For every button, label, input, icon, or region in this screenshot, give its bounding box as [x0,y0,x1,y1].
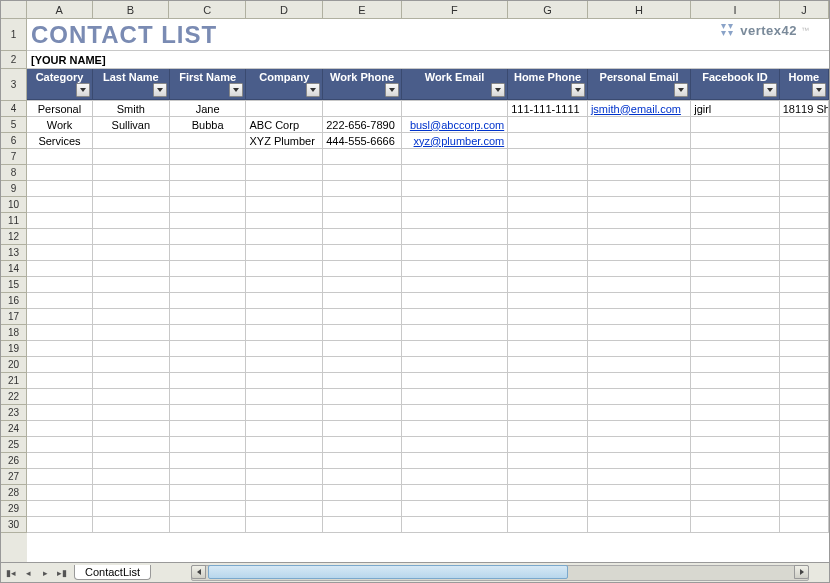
filter-dropdown-button[interactable] [76,83,90,97]
cell[interactable]: 222-656-7890 [323,117,402,132]
cell[interactable] [691,389,780,404]
cell[interactable] [323,405,402,420]
cell[interactable] [170,389,247,404]
cell[interactable] [780,117,829,132]
cell[interactable] [588,277,691,292]
cell[interactable] [508,277,588,292]
cell[interactable] [27,309,93,324]
row-number[interactable]: 15 [1,277,27,293]
cell[interactable] [27,165,93,180]
cell[interactable] [780,517,829,532]
cell[interactable] [246,373,323,388]
cell[interactable] [780,261,829,276]
cell[interactable] [170,261,247,276]
cell[interactable] [93,229,170,244]
cell[interactable] [402,405,508,420]
cell[interactable] [508,517,588,532]
cell[interactable] [93,405,170,420]
cell[interactable] [588,181,691,196]
col-letter[interactable]: F [402,1,508,18]
cell[interactable] [780,229,829,244]
cell[interactable]: Sullivan [93,117,170,132]
cell[interactable] [588,133,691,148]
cell[interactable] [780,325,829,340]
cell[interactable] [27,293,93,308]
cell[interactable] [780,181,829,196]
cell[interactable] [780,245,829,260]
cell[interactable] [780,501,829,516]
cell[interactable] [93,309,170,324]
row-number[interactable]: 25 [1,437,27,453]
cell[interactable]: Services [27,133,93,148]
cell[interactable] [508,229,588,244]
cell[interactable] [323,357,402,372]
cell[interactable] [170,309,247,324]
cell[interactable] [93,293,170,308]
cell[interactable] [93,261,170,276]
col-letter[interactable]: H [588,1,691,18]
cell[interactable] [402,229,508,244]
cell[interactable] [323,293,402,308]
row-number[interactable]: 7 [1,149,27,165]
cell[interactable] [402,309,508,324]
cell[interactable] [508,469,588,484]
cell[interactable] [93,325,170,340]
cell[interactable] [323,261,402,276]
cell[interactable] [27,389,93,404]
cell[interactable] [691,357,780,372]
row-number[interactable]: 18 [1,325,27,341]
cell[interactable] [246,277,323,292]
cell[interactable] [323,453,402,468]
filter-dropdown-button[interactable] [491,83,505,97]
cell[interactable] [27,229,93,244]
cell[interactable] [27,213,93,228]
cell[interactable] [588,245,691,260]
col-letter[interactable]: G [508,1,588,18]
cell[interactable] [508,389,588,404]
cell[interactable] [323,165,402,180]
cell[interactable]: Bubba [170,117,247,132]
cell[interactable] [780,197,829,212]
cell[interactable] [170,469,247,484]
cell[interactable] [170,181,247,196]
cell[interactable] [170,245,247,260]
cell[interactable] [588,149,691,164]
cell[interactable] [93,373,170,388]
cell[interactable] [170,485,247,500]
cell[interactable] [588,485,691,500]
cell[interactable] [588,261,691,276]
row-number[interactable]: 13 [1,245,27,261]
cell[interactable] [323,213,402,228]
cell[interactable] [323,181,402,196]
cell[interactable] [93,133,170,148]
cell[interactable] [780,277,829,292]
cell[interactable] [588,229,691,244]
email-link[interactable]: jsmith@email.com [591,103,681,115]
cell[interactable] [402,485,508,500]
cell[interactable] [170,437,247,452]
cell[interactable] [246,165,323,180]
filter-dropdown-button[interactable] [306,83,320,97]
cell[interactable] [27,453,93,468]
cell[interactable] [508,357,588,372]
cell[interactable] [93,389,170,404]
cell[interactable] [170,149,247,164]
cell[interactable] [27,261,93,276]
cell[interactable]: Smith [93,101,170,116]
cell[interactable] [246,101,323,116]
col-letter[interactable]: E [323,1,402,18]
cell[interactable]: ABC Corp [246,117,323,132]
cell[interactable]: xyz@plumber.com [402,133,508,148]
cell[interactable] [780,357,829,372]
cell[interactable] [691,517,780,532]
cell[interactable] [508,245,588,260]
cell[interactable] [691,165,780,180]
cell[interactable] [780,485,829,500]
cell[interactable] [780,453,829,468]
column-header-home-phone[interactable]: Home Phone [508,69,588,100]
cell[interactable] [780,421,829,436]
filter-dropdown-button[interactable] [229,83,243,97]
column-header-personal-email[interactable]: Personal Email [588,69,691,100]
cell[interactable] [170,453,247,468]
cell[interactable] [170,357,247,372]
